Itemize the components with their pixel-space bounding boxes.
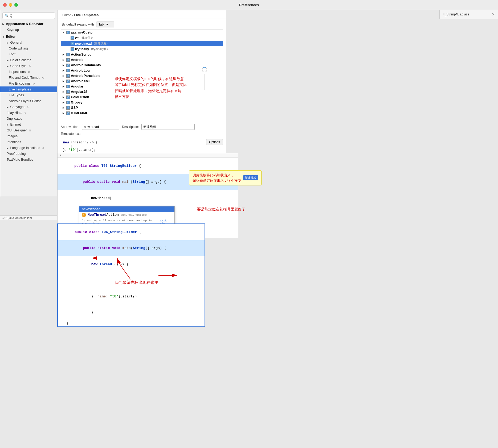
abbrev-row: Abbreviation: Description: <box>61 124 223 130</box>
settings-icon: ⚙ <box>42 147 44 150</box>
template-item-tryfinally[interactable]: tryfinally (try-finally块) <box>61 46 223 52</box>
template-group-actionscript[interactable]: ▶ ActionScript <box>61 52 223 57</box>
sidebar-item-code-editing[interactable]: Code Editing <box>0 45 57 51</box>
sidebar-item-android-layout[interactable]: Android Layout Editor <box>0 98 57 104</box>
chevron-down-icon: ▼ <box>105 23 109 26</box>
template-group-gsp[interactable]: ▶ GSP <box>61 105 223 110</box>
checkbox[interactable] <box>66 111 70 115</box>
checkbox[interactable] <box>66 90 70 94</box>
sidebar-item-label: Live Templates <box>9 88 31 91</box>
description-input[interactable] <box>141 124 195 130</box>
expand-dropdown[interactable]: Tab ▼ <box>96 22 115 27</box>
sidebar-item-live-templates[interactable]: Live Templates <box>0 86 57 92</box>
sidebar-item-label: Images <box>7 134 18 138</box>
checkbox-javadoc[interactable] <box>71 36 74 40</box>
checkbox[interactable] <box>66 74 70 78</box>
abbreviation-input[interactable] <box>82 124 119 130</box>
annotation-box-1: 即使你定义模板的text的时候，在这里故意留了tab让光标定位在如图的位置，但是… <box>115 76 187 100</box>
code-line-typed: newthread| <box>58 190 238 206</box>
sidebar-item-language-injections[interactable]: ▶ Language Injections ⚙ <box>0 145 57 151</box>
search-input[interactable] <box>10 14 53 18</box>
group-name: Groovy <box>71 101 83 104</box>
expand-icon: ▶ <box>63 53 65 56</box>
group-name: Angular <box>71 85 83 88</box>
checkbox-aaa[interactable] <box>66 31 70 34</box>
checkbox-tryfinally[interactable] <box>71 47 74 51</box>
template-item-newthread[interactable]: newthread (新建线程) <box>61 41 223 46</box>
template-group-groovy[interactable]: ▶ Groovy <box>61 100 223 105</box>
sidebar-item-color-scheme[interactable]: ▶ Color Scheme <box>0 57 57 63</box>
status-path: .251.jdk/Contents/Hom <box>2 216 32 219</box>
sidebar-item-file-types[interactable]: File Types <box>0 92 57 98</box>
sidebar-item-font[interactable]: Font <box>0 51 57 57</box>
settings-icon: ⚙ <box>28 70 30 73</box>
expand-icon: ▼ <box>63 31 65 34</box>
sidebar-item-label: Color Scheme <box>10 58 31 62</box>
checkbox[interactable] <box>66 101 70 104</box>
ac-item-newthreadaction[interactable]: C NewThreadAction sun.rmi.runtime <box>79 212 174 218</box>
template-group-aaa[interactable]: ▼ aaa_myCustom <box>61 30 223 35</box>
template-desc: (try-finally块) <box>91 47 108 51</box>
sidebar-item-textmate-bundles[interactable]: TextMate Bundles <box>0 157 57 163</box>
sidebar-item-code-style[interactable]: ▶ Code Style ⚙ <box>0 63 57 69</box>
template-desc: (新建线程) <box>94 42 108 45</box>
checkbox[interactable] <box>66 58 70 62</box>
minimize-button[interactable] <box>9 3 12 7</box>
sidebar-item-appearance[interactable]: ▶ Appearance & Behavior <box>0 21 57 27</box>
status-bar: .251.jdk/Contents/Hom <box>0 215 57 220</box>
titlebar: Preferences <box>0 0 498 10</box>
group-name: aaa_myCustom <box>71 31 95 34</box>
sidebar-item-label: File Types <box>9 93 24 97</box>
options-button[interactable]: Options <box>206 139 223 145</box>
ac-item-newthread[interactable]: newthread <box>79 206 174 212</box>
sidebar-item-label: Inlay Hints <box>7 111 22 115</box>
sidebar-item-general[interactable]: ▶ General <box>0 40 57 45</box>
ac-item-label: newthread <box>82 207 100 211</box>
sidebar-item-editor[interactable]: ▼ Editor <box>0 34 57 40</box>
template-abbr: newthread <box>75 42 92 45</box>
sidebar-item-label: Appearance & Behavior <box>6 22 43 26</box>
sidebar-item-images[interactable]: Images <box>0 133 57 139</box>
code-line-2: | <box>63 144 202 148</box>
maximize-button[interactable] <box>14 3 18 7</box>
checkbox[interactable] <box>66 80 70 83</box>
template-item-javadoc[interactable]: /** (作者信息) <box>61 35 223 41</box>
group-name: AndroidParcelable <box>71 74 100 78</box>
sidebar-item-inspections[interactable]: Inspections ⚙ <box>0 69 57 75</box>
code-line-closing: }, name: "t0").start();| <box>58 288 205 305</box>
checkbox-newthread[interactable] <box>71 42 74 45</box>
expand-label: By default expand with <box>62 23 94 26</box>
sidebar-item-file-encodings[interactable]: File Encodings ⚙ <box>0 81 57 86</box>
template-group-androidlog[interactable]: ▶ AndroidLog <box>61 68 223 73</box>
sidebar-item-label: Intentions <box>7 140 21 144</box>
sidebar-item-keymap[interactable]: Keymap <box>0 27 57 33</box>
template-group-htmlxml[interactable]: ▶ HTML/XML <box>61 110 223 116</box>
sidebar-item-label: Copyright <box>10 105 25 109</box>
sidebar-item-label: Keymap <box>7 28 19 32</box>
sidebar-item-inlay-hints[interactable]: Inlay Hints ⚙ <box>0 110 57 116</box>
expand-icon: ▶ <box>63 106 65 109</box>
checkbox[interactable] <box>66 69 70 72</box>
bg-tab-close-icon[interactable]: ✕ <box>492 12 495 16</box>
sidebar-item-label: Emmet <box>10 123 21 126</box>
sidebar-item-intentions[interactable]: Intentions <box>0 139 57 145</box>
code-line-1: new Thread(() -> { <box>63 141 202 144</box>
search-box[interactable]: 🔍 <box>2 13 55 19</box>
checkbox[interactable] <box>66 106 70 110</box>
checkbox[interactable] <box>66 96 70 99</box>
sidebar-item-proofreading[interactable]: Proofreading <box>0 151 57 157</box>
sidebar-item-duplicates[interactable]: Duplicates <box>0 116 57 122</box>
template-group-android[interactable]: ▶ Android <box>61 57 223 63</box>
sidebar-item-file-code-templ[interactable]: File and Code Templ. ⚙ <box>0 75 57 81</box>
sidebar-item-copyright[interactable]: ▶ Copyright ⚙ <box>0 104 57 110</box>
close-button[interactable] <box>3 3 7 7</box>
sidebar-item-emmet[interactable]: ▶ Emmet <box>0 122 57 127</box>
sidebar-item-gui-designer[interactable]: GUI Designer ⚙ <box>0 127 57 133</box>
checkbox[interactable] <box>66 85 70 88</box>
ac-package: sun.rmi.runtime <box>120 213 147 217</box>
checkbox[interactable] <box>66 53 70 56</box>
checkbox[interactable] <box>66 64 70 67</box>
expand-icon: ▶ <box>63 85 65 88</box>
template-group-androidcomments[interactable]: ▶ AndroidComments <box>61 63 223 68</box>
ac-class-icon: C <box>82 213 86 217</box>
